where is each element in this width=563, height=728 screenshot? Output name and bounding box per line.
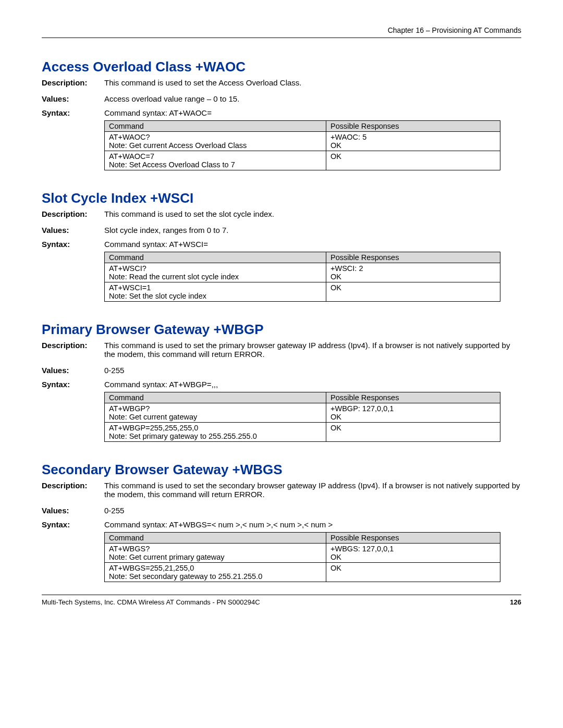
values-text: 0-255 (104, 366, 521, 375)
response-cell: +WBGP: 127,0,0,1OK (326, 403, 500, 423)
syntax-text: Command syntax: AT+WBGP=,,, (104, 380, 521, 389)
description-text: This command is used to set the slot cyc… (104, 209, 521, 218)
response-cell: OK (326, 151, 500, 170)
command-cell: AT+WBGS=255,21,255,0Note: Set secondary … (105, 563, 326, 582)
section-title: Primary Browser Gateway +WBGP (42, 322, 521, 338)
section-title: Secondary Browser Gateway +WBGS (42, 462, 521, 478)
command-cell: AT+WAOC=7Note: Set Access Overload Class… (105, 151, 326, 170)
command-table: CommandPossible Responses AT+WAOC?Note: … (104, 120, 500, 170)
description-label: Description: (42, 209, 104, 218)
th-response: Possible Responses (326, 121, 500, 132)
command-cell: AT+WAOC?Note: Get current Access Overloa… (105, 132, 326, 151)
page-header: Chapter 16 – Provisioning AT Commands (42, 26, 521, 38)
page-number: 126 (510, 598, 521, 606)
syntax-text: Command syntax: AT+WAOC= (104, 108, 521, 117)
description-text: This command is used to set the secondar… (104, 481, 521, 499)
syntax-text: Command syntax: AT+WBGS=< num >,< num >,… (104, 520, 521, 529)
th-command: Command (105, 252, 326, 263)
syntax-label: Syntax: (42, 240, 104, 249)
values-text: Access overload value range – 0 to 15. (104, 94, 521, 103)
command-table: CommandPossible Responses AT+WSCI?Note: … (104, 252, 500, 302)
command-cell: AT+WSCI?Note: Read the current slot cycl… (105, 263, 326, 282)
response-cell: OK (326, 423, 500, 442)
command-cell: AT+WBGS?Note: Get current primary gatewa… (105, 544, 326, 563)
table-row: AT+WBGP=255,255,255,0Note: Set primary g… (105, 423, 500, 442)
table-row: AT+WSCI?Note: Read the current slot cycl… (105, 263, 500, 282)
th-response: Possible Responses (326, 533, 500, 544)
command-cell: AT+WBGP=255,255,255,0Note: Set primary g… (105, 423, 326, 442)
syntax-label: Syntax: (42, 380, 104, 389)
response-cell: +WAOC: 5OK (326, 132, 500, 151)
syntax-label: Syntax: (42, 520, 104, 529)
description-label: Description: (42, 481, 104, 499)
table-row: AT+WBGP?Note: Get current gateway +WBGP:… (105, 403, 500, 423)
values-label: Values: (42, 366, 104, 375)
syntax-text: Command syntax: AT+WSCI= (104, 240, 521, 249)
values-label: Values: (42, 506, 104, 515)
description-label: Description: (42, 341, 104, 359)
section-title: Slot Cycle Index +WSCI (42, 190, 521, 206)
table-row: AT+WSCI=1Note: Set the slot cycle index … (105, 282, 500, 302)
description-label: Description: (42, 78, 104, 87)
response-cell: OK (326, 563, 500, 582)
syntax-label: Syntax: (42, 108, 104, 117)
table-row: AT+WBGS?Note: Get current primary gatewa… (105, 544, 500, 563)
response-cell: +WSCI: 2OK (326, 263, 500, 282)
th-response: Possible Responses (326, 252, 500, 263)
command-cell: AT+WSCI=1Note: Set the slot cycle index (105, 282, 326, 302)
values-text: 0-255 (104, 506, 521, 515)
response-cell: +WBGS: 127,0,0,1OK (326, 544, 500, 563)
footer-text: Multi-Tech Systems, Inc. CDMA Wireless A… (42, 598, 260, 606)
description-text: This command is used to set the primary … (104, 341, 521, 359)
command-table: CommandPossible Responses AT+WBGS?Note: … (104, 532, 500, 582)
table-row: AT+WAOC=7Note: Set Access Overload Class… (105, 151, 500, 170)
values-label: Values: (42, 226, 104, 235)
th-response: Possible Responses (326, 392, 500, 403)
values-text: Slot cycle index, ranges from 0 to 7. (104, 226, 521, 235)
table-row: AT+WAOC?Note: Get current Access Overloa… (105, 132, 500, 151)
values-label: Values: (42, 94, 104, 103)
th-command: Command (105, 121, 326, 132)
table-row: AT+WBGS=255,21,255,0Note: Set secondary … (105, 563, 500, 582)
command-cell: AT+WBGP?Note: Get current gateway (105, 403, 326, 423)
th-command: Command (105, 392, 326, 403)
section-title: Access Overload Class +WAOC (42, 59, 521, 75)
page-footer: Multi-Tech Systems, Inc. CDMA Wireless A… (42, 595, 521, 606)
command-table: CommandPossible Responses AT+WBGP?Note: … (104, 392, 500, 442)
th-command: Command (105, 533, 326, 544)
response-cell: OK (326, 282, 500, 302)
description-text: This command is used to set the Access O… (104, 78, 521, 87)
